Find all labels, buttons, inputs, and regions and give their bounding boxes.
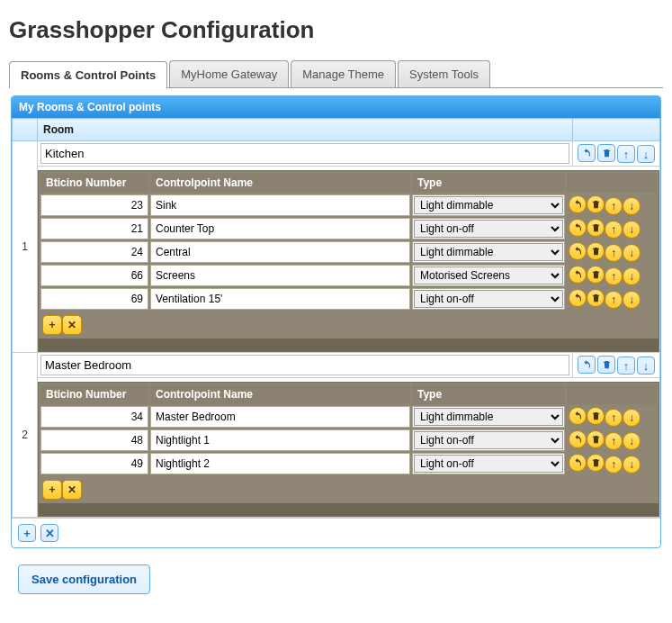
- arrow-down-icon: ↓: [629, 201, 634, 212]
- cp-number-input[interactable]: [42, 290, 147, 308]
- cp-type-select[interactable]: Light dimmableLight on-offMotorised Scre…: [414, 220, 563, 238]
- trash-icon: [591, 199, 601, 210]
- cp-actions: ↑↓: [567, 241, 657, 263]
- move-up-button[interactable]: ↑: [617, 357, 635, 375]
- arrow-up-icon: ↑: [611, 224, 616, 235]
- save-configuration-button[interactable]: Save configuration: [18, 564, 150, 594]
- tab-1[interactable]: MyHome Gateway: [169, 60, 289, 87]
- undo-icon: [572, 293, 583, 303]
- cp-type-select[interactable]: Light dimmableLight on-offMotorised Scre…: [414, 408, 563, 426]
- move-down-button[interactable]: ↓: [623, 456, 641, 474]
- cancel-controlpoint-button[interactable]: ✕: [62, 480, 82, 500]
- tab-2[interactable]: Manage Theme: [291, 60, 396, 87]
- delete-button[interactable]: [587, 195, 605, 213]
- undo-icon: [581, 148, 592, 158]
- undo-button[interactable]: [569, 289, 587, 307]
- move-up-button[interactable]: ↑: [605, 197, 623, 215]
- cp-name-input[interactable]: [152, 408, 408, 426]
- tab-0[interactable]: Rooms & Control Points: [9, 61, 167, 88]
- room-name-input[interactable]: [40, 143, 569, 164]
- undo-button[interactable]: [569, 407, 587, 425]
- cp-number-input[interactable]: [42, 431, 147, 449]
- undo-button[interactable]: [578, 144, 596, 162]
- move-up-button[interactable]: ↑: [605, 432, 623, 450]
- move-up-button[interactable]: ↑: [605, 291, 623, 309]
- cp-name-input[interactable]: [152, 243, 408, 261]
- move-down-button[interactable]: ↓: [623, 197, 641, 215]
- move-up-button[interactable]: ↑: [605, 221, 623, 239]
- plus-icon: +: [49, 320, 55, 330]
- delete-button[interactable]: [587, 407, 605, 425]
- undo-button[interactable]: [578, 356, 596, 374]
- add-controlpoint-button[interactable]: +: [42, 315, 62, 335]
- cp-number-input[interactable]: [42, 243, 147, 261]
- arrow-down-icon: ↓: [629, 248, 634, 258]
- cp-number-input[interactable]: [42, 455, 147, 473]
- undo-button[interactable]: [569, 454, 587, 472]
- cp-name-input[interactable]: [152, 290, 408, 308]
- cp-type-select[interactable]: Light dimmableLight on-offMotorised Scre…: [414, 196, 563, 214]
- move-up-button[interactable]: ↑: [605, 409, 623, 427]
- cp-name-input[interactable]: [152, 266, 408, 284]
- move-up-button[interactable]: ↑: [605, 267, 623, 285]
- undo-button[interactable]: [569, 195, 587, 213]
- undo-button[interactable]: [569, 266, 587, 284]
- room-name-input[interactable]: [40, 355, 569, 375]
- cp-actions: ↑↓: [567, 429, 657, 451]
- arrow-up-icon: ↑: [623, 149, 630, 160]
- add-room-button[interactable]: +: [18, 524, 36, 542]
- cp-type-select[interactable]: Light dimmableLight on-offMotorised Scre…: [414, 243, 563, 261]
- move-down-button[interactable]: ↓: [637, 145, 655, 163]
- cp-name-input[interactable]: [152, 196, 408, 214]
- cp-number-input[interactable]: [42, 220, 147, 238]
- cp-actions: ↑↓: [567, 265, 657, 286]
- cp-number-input[interactable]: [42, 408, 147, 426]
- move-down-button[interactable]: ↓: [623, 221, 641, 239]
- cancel-controlpoint-button[interactable]: ✕: [62, 315, 82, 335]
- move-down-button[interactable]: ↓: [623, 244, 641, 262]
- undo-icon: [572, 434, 583, 445]
- cp-number-input[interactable]: [42, 266, 147, 284]
- cp-actions: ↑↓: [567, 453, 657, 474]
- cancel-room-button[interactable]: ✕: [40, 524, 58, 542]
- cp-name-input[interactable]: [152, 220, 408, 238]
- move-down-button[interactable]: ↓: [623, 267, 641, 285]
- trash-icon: [591, 246, 601, 257]
- undo-button[interactable]: [569, 430, 587, 448]
- move-up-button[interactable]: ↑: [617, 145, 635, 163]
- move-down-button[interactable]: ↓: [623, 409, 641, 427]
- arrow-up-icon: ↑: [611, 201, 616, 212]
- undo-button[interactable]: [569, 242, 587, 260]
- rooms-table: Room 1↑↓Bticino NumberControlpoint NameT…: [12, 118, 660, 518]
- move-down-button[interactable]: ↓: [623, 291, 641, 309]
- arrow-down-icon: ↓: [629, 459, 634, 470]
- undo-icon: [572, 457, 583, 468]
- arrow-down-icon: ↓: [643, 360, 650, 372]
- delete-button[interactable]: [587, 242, 605, 260]
- undo-button[interactable]: [569, 219, 587, 237]
- move-up-button[interactable]: ↑: [605, 244, 623, 262]
- delete-button[interactable]: [597, 356, 615, 374]
- move-down-button[interactable]: ↓: [623, 432, 641, 450]
- controlpoint-row: Light dimmableLight on-offMotorised Scre…: [40, 218, 657, 239]
- delete-button[interactable]: [587, 454, 605, 472]
- move-up-button[interactable]: ↑: [605, 456, 623, 474]
- cp-name-input[interactable]: [152, 455, 408, 473]
- delete-button[interactable]: [587, 266, 605, 284]
- cp-name-input[interactable]: [152, 431, 408, 449]
- arrow-up-icon: ↑: [611, 412, 616, 423]
- tab-3[interactable]: System Tools: [398, 60, 490, 87]
- delete-button[interactable]: [587, 430, 605, 448]
- cp-type-select[interactable]: Light dimmableLight on-offMotorised Scre…: [414, 290, 563, 308]
- delete-button[interactable]: [587, 219, 605, 237]
- cp-number-input[interactable]: [42, 196, 147, 214]
- trash-icon: [591, 293, 601, 303]
- move-down-button[interactable]: ↓: [637, 357, 655, 375]
- cp-type-select[interactable]: Light dimmableLight on-offMotorised Scre…: [414, 266, 563, 284]
- add-controlpoint-button[interactable]: +: [42, 480, 62, 500]
- cp-type-select[interactable]: Light dimmableLight on-offMotorised Scre…: [414, 431, 563, 449]
- delete-button[interactable]: [597, 144, 615, 162]
- cp-actions: ↑↓: [567, 406, 657, 428]
- delete-button[interactable]: [587, 289, 605, 307]
- cp-type-select[interactable]: Light dimmableLight on-offMotorised Scre…: [414, 455, 563, 473]
